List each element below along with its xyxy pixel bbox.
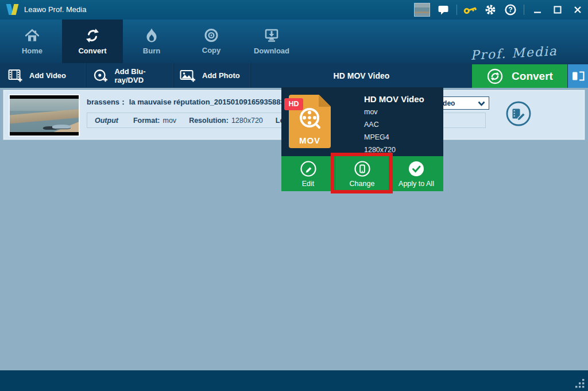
help-icon[interactable]: ? <box>504 3 517 17</box>
app-logo-icon <box>6 3 20 16</box>
titlebar-divider <box>524 5 524 15</box>
tab-convert[interactable]: Convert <box>62 20 123 63</box>
tab-copy[interactable]: Copy <box>183 20 240 63</box>
video-title: brassens： la mauvaise réputation_2015010… <box>87 97 285 107</box>
format-value: mov <box>163 117 177 125</box>
video-thumbnail[interactable] <box>9 94 80 137</box>
change-device-icon <box>354 160 371 177</box>
convert-button[interactable]: Convert <box>472 64 567 88</box>
popup-spec-format: mov <box>364 108 378 116</box>
apply-to-all-button[interactable]: Apply to All <box>389 156 443 191</box>
mov-ext-label: MOV <box>289 136 331 145</box>
edit-video-button[interactable] <box>505 100 532 129</box>
media-preview-icon[interactable] <box>414 3 430 17</box>
popup-spec-resolution: 1280x720 <box>364 146 396 154</box>
format-label: Format: <box>133 117 160 125</box>
home-icon <box>24 28 40 44</box>
hd-badge: HD <box>284 98 303 110</box>
profile-popup: MOV HD HD MOV Video mov AAC MPEG4 1280x7… <box>281 87 443 191</box>
edit-profile-button[interactable]: Edit <box>281 156 335 191</box>
convert-icon <box>84 28 100 44</box>
close-button[interactable] <box>571 3 585 17</box>
apply-check-icon <box>408 160 425 177</box>
tab-home[interactable]: Home <box>2 20 62 63</box>
minimize-button[interactable] <box>531 3 544 17</box>
output-profile-label[interactable]: HD MOV Video <box>251 63 472 88</box>
output-label: Output <box>95 117 118 125</box>
edit-pencil-icon <box>300 160 317 177</box>
film-edit-icon <box>505 100 532 127</box>
popup-spec-codec: MPEG4 <box>364 133 389 141</box>
resize-grip[interactable] <box>575 379 586 389</box>
resolution-label: Resolution: <box>189 117 229 125</box>
popup-profile-title: HD MOV Video <box>364 94 424 104</box>
add-disc-icon <box>94 69 108 83</box>
add-video-icon <box>8 69 23 83</box>
popup-spec-audio: AAC <box>364 121 379 129</box>
tab-burn[interactable]: Burn <box>123 20 180 63</box>
feedback-bubble-icon[interactable] <box>436 3 450 17</box>
mov-file-icon: MOV HD <box>289 95 331 148</box>
titlebar: Leawo Prof. Media ? <box>0 0 588 20</box>
download-icon <box>264 28 280 44</box>
chevron-down-icon <box>478 101 485 106</box>
add-photo-icon <box>180 69 196 83</box>
window-title: Leawo Prof. Media <box>24 5 86 14</box>
add-bluray-dvd-button[interactable]: Add Blu-ray/DVD <box>87 63 174 88</box>
profile-popup-panel: MOV HD HD MOV Video mov AAC MPEG4 1280x7… <box>281 87 443 156</box>
add-video-button[interactable]: Add Video <box>0 63 86 88</box>
brand-script-logo: Prof. Media <box>459 43 568 63</box>
maximize-button[interactable] <box>551 3 564 17</box>
main-nav: Home Convert Burn Copy <box>0 20 588 63</box>
resolution-value: 1280x720 <box>231 117 263 125</box>
action-toolbar: Add Video Add Blu-ray/DVD Add Photo HD M… <box>0 63 588 88</box>
titlebar-divider <box>457 5 457 15</box>
change-profile-button[interactable]: Change <box>335 156 389 191</box>
register-key-icon[interactable] <box>463 3 477 17</box>
add-photo-button[interactable]: Add Photo <box>174 63 251 88</box>
svg-text:?: ? <box>508 6 512 14</box>
panel-toggle-icon <box>572 71 585 82</box>
tab-download[interactable]: Download <box>240 20 303 63</box>
convert-circle-icon <box>486 68 504 85</box>
burn-flame-icon <box>144 28 159 44</box>
copy-disc-icon <box>204 28 219 43</box>
statusbar <box>0 370 588 391</box>
panel-toggle-button[interactable] <box>568 64 588 88</box>
settings-gear-icon[interactable] <box>483 3 497 17</box>
